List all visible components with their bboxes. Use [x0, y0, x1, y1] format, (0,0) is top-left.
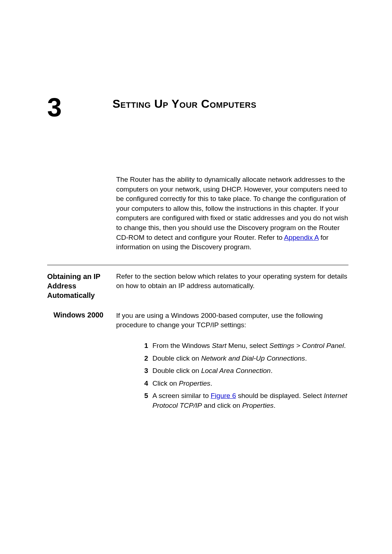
plain-text: . [344, 342, 346, 349]
step-row: 5A screen similar to Figure 6 should be … [116, 391, 348, 410]
section-divider [47, 265, 348, 265]
step-number: 2 [116, 354, 152, 364]
section-heading: Obtaining an IP Address Automatically [47, 272, 111, 300]
plain-text: Click on [152, 379, 179, 387]
step-list: 1From the Windows Start Menu, select Set… [116, 341, 348, 411]
plain-text: and click on [202, 402, 242, 409]
step-row: 2Double click on Network and Dial-Up Con… [116, 354, 348, 364]
plain-text: . [305, 354, 307, 362]
chapter-title: Setting Up Your Computers [113, 94, 256, 111]
chapter-number: 3 [47, 94, 113, 120]
step-row: 1From the Windows Start Menu, select Set… [116, 341, 348, 351]
step-row: 3Double click on Local Area Connection. [116, 366, 348, 376]
italic-text: Settings > Control Panel [269, 342, 344, 349]
step-text: Click on Properties. [152, 379, 348, 389]
chapter-header: 3 Setting Up Your Computers [47, 94, 348, 120]
italic-text: Start [212, 342, 226, 349]
step-number: 5 [116, 391, 152, 401]
step-number: 4 [116, 379, 152, 389]
figure-link[interactable]: Figure 6 [211, 392, 236, 399]
plain-text: Double click on [152, 354, 201, 362]
step-number: 3 [116, 366, 152, 376]
section-body: Refer to the section below which relates… [116, 272, 348, 300]
step-row: 4Click on Properties. [116, 379, 348, 389]
plain-text: . [210, 379, 212, 387]
intro-paragraph: The Router has the ability to dynamicall… [116, 175, 348, 252]
step-text: Double click on Local Area Connection. [152, 366, 348, 376]
italic-text: Properties [179, 379, 211, 387]
italic-text: Properties [242, 402, 274, 409]
plain-text: . [274, 402, 275, 409]
step-text: A screen similar to Figure 6 should be d… [152, 391, 348, 410]
italic-text: Local Area Connection [201, 367, 271, 374]
section-obtaining-ip: Obtaining an IP Address Automatically Re… [47, 272, 348, 300]
italic-text: Network and Dial-Up Connections [201, 354, 305, 362]
step-text: Double click on Network and Dial-Up Conn… [152, 354, 348, 364]
step-number: 1 [116, 341, 152, 351]
plain-text: should be displayed. Select [236, 392, 324, 399]
step-text: From the Windows Start Menu, select Sett… [152, 341, 348, 351]
appendix-link[interactable]: Appendix A [284, 234, 319, 241]
plain-text: Double click on [152, 367, 201, 374]
plain-text: Menu, select [226, 342, 269, 349]
intro-text-before: The Router has the ability to dynamicall… [116, 176, 348, 241]
document-page: 3 Setting Up Your Computers The Router h… [0, 0, 392, 411]
sub-section-body: If you are using a Windows 2000-based co… [116, 311, 348, 330]
plain-text: From the Windows [152, 342, 212, 349]
section-windows-2000: Windows 2000 If you are using a Windows … [47, 311, 348, 330]
plain-text: . [271, 367, 273, 374]
plain-text: A screen similar to [152, 392, 211, 399]
sub-heading: Windows 2000 [47, 311, 111, 319]
